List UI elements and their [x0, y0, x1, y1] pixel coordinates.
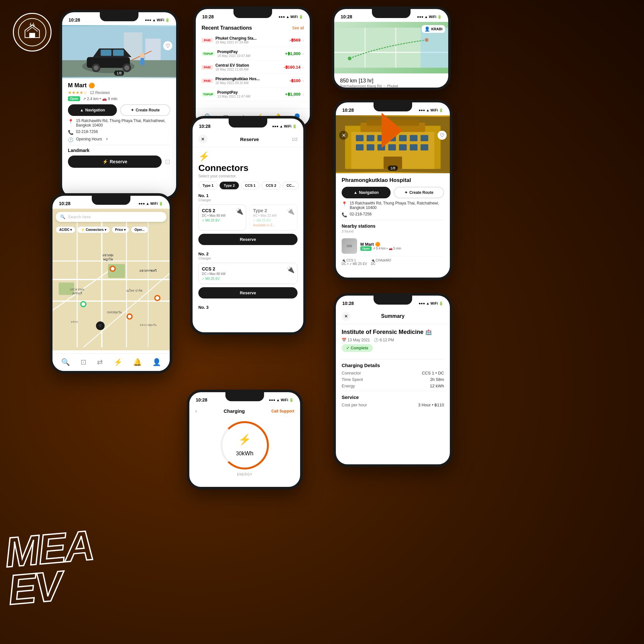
hosp-action-row: ▲ Navigation ✦ Create Route [342, 187, 444, 198]
svg-rect-70 [384, 156, 402, 169]
reserve-btn-2[interactable]: Reserve [198, 287, 298, 298]
svg-point-0 [18, 18, 46, 46]
krabi-badge: 👤 KRABI [422, 25, 445, 33]
svg-rect-25 [108, 264, 125, 278]
reserve-header-4: ✕ Reserve 1/2 [193, 131, 303, 147]
map-area[interactable]: ♡ แขวงทุ่ง พญาไท แขวงราชเทวี แขวง ถนน เพ… [52, 209, 170, 350]
charging-details-title: Charging Details [342, 363, 444, 368]
phone-icon-1: 📞 [68, 130, 73, 135]
svg-text:♡: ♡ [99, 324, 102, 328]
connector-ev-icon: ⚡ [198, 151, 298, 162]
back-btn-6[interactable]: ✕ [339, 131, 348, 140]
transaction-item-1[interactable]: PAID Phuket Charging Sta... 19 May 2021 … [196, 33, 310, 47]
chevron-decoration [382, 113, 403, 148]
svg-text:แขวง ปทุมวัน: แขวง ปทุมวัน [140, 323, 156, 327]
location-icon-1: 📍 [68, 119, 73, 124]
filter-price[interactable]: Price ▾ [112, 226, 129, 233]
svg-rect-62 [421, 135, 428, 141]
time-8: 10:28 [196, 397, 207, 403]
action-row-1: ▲ Navigation ✦ Create Route [68, 104, 170, 116]
tab-cc[interactable]: CC... [282, 182, 299, 189]
time-4: 10:28 [199, 124, 211, 129]
detail-energy: Energy 12 kWh [342, 384, 444, 388]
phone-notch-3 [92, 196, 130, 205]
svg-point-34 [128, 315, 131, 318]
filter-open[interactable]: Oper... [131, 226, 148, 233]
charging-bolt-icon: ⚡ [238, 433, 251, 446]
tx-badge-2: TOPUP [202, 52, 215, 56]
hours-row-1[interactable]: 🕐 Opening Hours ▾ [68, 137, 170, 142]
phone-map: 10:28 ●●● ▲ WiFi 🔋 [50, 193, 172, 374]
hosp-nav-btn[interactable]: ▲ Navigation [342, 187, 391, 198]
charger-2-ccs2: 🔌 CCS 2 DC • Max 80 kW ✓ M0 Z5 EV [198, 263, 298, 284]
svg-text:เมโทร ปาร์ค: เมโทร ปาร์ค [126, 289, 142, 292]
fav-btn-6[interactable]: ♡ [438, 131, 447, 140]
connector-tabs: Type 1 Type 2 CCS 1 CCS 2 CC... [193, 182, 303, 193]
phone-row-1: 📞 02-218-7256 [68, 129, 170, 135]
tab-ccs1[interactable]: CCS 1 [241, 182, 260, 189]
filter-connectors[interactable]: ⚡ Connectors ▾ [77, 226, 109, 233]
transaction-item-2[interactable]: TOPUP PromptPay 18 May 2021 10:47 AM +฿1… [196, 47, 310, 61]
transaction-header: Recent Transactions See all [196, 22, 310, 33]
nav-map-icon-3[interactable]: ⊡ [81, 358, 86, 366]
svg-point-14 [140, 53, 145, 58]
tab-type1[interactable]: Type 1 [198, 182, 218, 189]
charger-1-ccs2: 🔌 CCS 2 DC • Max 80 kW ✓ M0 Z5 EV [198, 204, 246, 231]
landmark-label-1: Landmark [68, 148, 170, 153]
nearby-info-1: M Mart 🟠 Open ↗ 0.4 km • 🚗 5 min [360, 242, 444, 250]
svg-point-32 [81, 302, 85, 306]
close-btn-7[interactable]: ✕ [342, 312, 351, 321]
brand-ev: EV [7, 564, 98, 609]
nav-person-icon-3[interactable]: 👤 [152, 358, 161, 366]
expand-icon-1[interactable]: ⊡ [165, 158, 170, 166]
charger-1-section: No. 1 Charger 🔌 CCS 2 DC • Max 80 kW ✓ M… [193, 193, 303, 251]
complete-badge: ✓ Complete [342, 344, 373, 352]
charger-plug-icon-2: 🔌 [287, 207, 295, 215]
charger-2-num: No. 2 [198, 251, 298, 256]
address-row-1: 📍 15 Ratchawithi Rd, Thung Phaya Thai, R… [68, 118, 170, 128]
call-support-btn[interactable]: Call Support [271, 409, 294, 413]
favorite-btn-1[interactable]: ♡ [163, 41, 172, 50]
svg-text:แขวงราชเทวี: แขวงราชเทวี [139, 269, 157, 272]
filter-acdc[interactable]: AC/DC ▾ [56, 226, 75, 233]
nav-route-icon-3[interactable]: ⇄ [97, 358, 103, 366]
map-search-bar[interactable]: 🔍 Search here [56, 212, 166, 222]
svg-point-50 [348, 57, 351, 60]
svg-rect-52 [421, 28, 448, 68]
route-button-1[interactable]: ✦ Create Route [120, 104, 170, 116]
tab-type2[interactable]: Type 2 [220, 182, 239, 189]
nearby-item-1[interactable]: MM M Mart 🟠 Open ↗ 0.4 km • 🚗 5 min [342, 236, 444, 257]
nearby-connector-row: 🔌 CCS 1DC • ✓ M0 Z5 EV 🔌 CHAdeMODC [342, 259, 444, 266]
hosp-phone-row: 📞 02-218-7256 [342, 212, 444, 217]
see-all-link[interactable]: See all [292, 26, 304, 30]
nav-search-icon-3[interactable]: 🔍 [61, 358, 70, 366]
nav-button-1[interactable]: ▲ Navigation [68, 104, 117, 116]
charger-2-type: Charger [198, 256, 298, 260]
svg-point-11 [94, 65, 99, 70]
status-icons-2: ●●● ▲ WiFi 🔋 [279, 15, 303, 19]
charger-plug-icon-1: 🔌 [235, 207, 243, 215]
tab-ccs2[interactable]: CCS 2 [261, 182, 280, 189]
phone-route: 10:28 ●●● ▲ WiFi 🔋 👤 KRABI 850 km [13 hr… [332, 6, 451, 90]
hours-icon-1: 🕐 [68, 137, 73, 142]
phone-charging: 10:28 ●●● ▲ WiFi 🔋 ‹ Charging Call Suppo… [187, 390, 303, 489]
detail-connector: Connector CCS 1 • DC [342, 371, 444, 375]
tx-info-2: PromptPay 18 May 2021 10:47 AM [217, 50, 285, 58]
hosp-route-btn[interactable]: ✦ Create Route [394, 187, 444, 198]
phone-transactions: 10:28 ●●● ▲ WiFi 🔋 Recent Transactions S… [193, 6, 312, 129]
nav-bell-icon-3[interactable]: 🔔 [133, 358, 142, 366]
transaction-item-3[interactable]: PAID Central EV Station 18 May 2021 11:0… [196, 61, 310, 74]
svg-rect-9 [113, 50, 124, 56]
charging-circle-container: ⚡ 30kWh [189, 416, 300, 474]
reserve-button-1[interactable]: ⚡ Reserve [68, 156, 162, 168]
summary-header-7: ✕ Summary [336, 308, 450, 324]
svg-text:แขวง ถนน: แขวง ถนน [70, 288, 85, 291]
detail-cost: Cost per hour 3 Hour • ฿110 [342, 403, 444, 407]
transaction-item-4[interactable]: PAID Phramongkutklao Hos... 16 May 2021 … [196, 74, 310, 88]
close-button-4[interactable]: ✕ [198, 135, 207, 144]
nav-charge-icon-3[interactable]: ⚡ [114, 358, 122, 366]
reserve-btn-1[interactable]: Reserve [198, 234, 298, 245]
transaction-item-5[interactable]: TOPUP PromptPay 13 May 2021 11:47 AM +฿1… [196, 88, 310, 101]
status-icons-5: ●●● ▲ WiFi 🔋 [417, 15, 442, 19]
connector-heading: Connectors [193, 163, 303, 173]
